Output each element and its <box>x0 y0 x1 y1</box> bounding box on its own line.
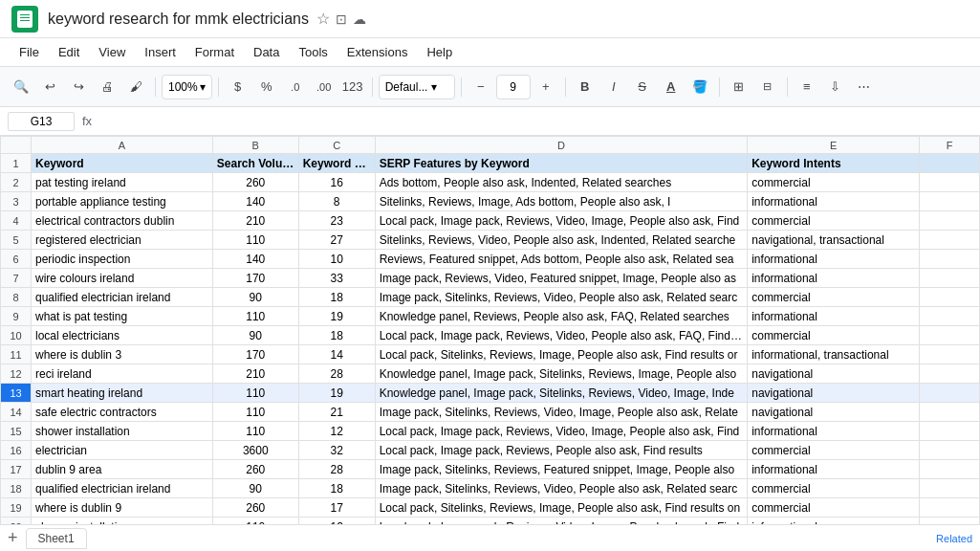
cell-volume[interactable]: Search Volume <box>212 154 298 173</box>
cell-serp[interactable]: Knowledge panel, Reviews, People also as… <box>375 307 748 326</box>
col-header-b[interactable]: B <box>212 137 298 154</box>
table-row[interactable]: 17dublin 9 area26028Image pack, Sitelink… <box>1 460 980 479</box>
cell-serp[interactable]: Local pack, Image pack, Reviews, People … <box>375 441 748 460</box>
cell-volume[interactable]: 170 <box>212 345 298 364</box>
cloud-icon[interactable]: ☁ <box>353 11 366 27</box>
row-number[interactable]: 15 <box>1 422 32 441</box>
menu-edit[interactable]: Edit <box>51 42 87 62</box>
font-size-increase[interactable]: + <box>533 74 559 100</box>
cell-keyword[interactable]: reci ireland <box>32 364 213 384</box>
cell-difficulty[interactable]: 19 <box>298 384 375 403</box>
cell-serp[interactable]: Image pack, Sitelinks, Reviews, Video, I… <box>375 403 748 422</box>
table-row[interactable]: 8qualified electrician ireland9018Image … <box>1 288 980 307</box>
table-row[interactable]: 4electrical contractors dublin21023Local… <box>1 211 980 231</box>
cell-difficulty[interactable]: 12 <box>298 422 375 441</box>
menu-tools[interactable]: Tools <box>291 42 335 62</box>
cell-difficulty[interactable]: 23 <box>298 211 375 231</box>
cell-keyword[interactable]: electrical contractors dublin <box>32 211 213 231</box>
col-header-d[interactable]: D <box>375 137 748 154</box>
cell-f[interactable] <box>920 460 980 479</box>
formula-input[interactable] <box>99 114 972 128</box>
cell-f[interactable] <box>920 364 980 384</box>
folder-icon[interactable]: ⊡ <box>336 11 347 27</box>
cell-keyword[interactable]: qualified electrician ireland <box>32 479 213 498</box>
font-size-box[interactable]: 9 <box>496 75 531 99</box>
search-button[interactable]: 🔍 <box>8 74 34 100</box>
cell-intent[interactable]: navigational <box>748 403 920 422</box>
row-number[interactable]: 19 <box>1 498 32 518</box>
menu-file[interactable]: File <box>11 42 47 62</box>
row-number[interactable]: 5 <box>1 231 32 250</box>
cell-volume[interactable]: 260 <box>212 460 298 479</box>
add-sheet-button[interactable]: + <box>8 528 18 548</box>
cell-volume[interactable]: 140 <box>212 192 298 211</box>
row-number[interactable]: 11 <box>1 345 32 364</box>
cell-difficulty[interactable]: 27 <box>298 231 375 250</box>
row-number[interactable]: 2 <box>1 173 32 192</box>
cell-intent[interactable]: navigational <box>748 364 920 384</box>
borders-button[interactable]: ⊞ <box>726 74 752 100</box>
cell-keyword[interactable]: Keyword <box>32 154 213 173</box>
cell-difficulty[interactable]: 17 <box>298 498 375 518</box>
table-row[interactable]: 9what is pat testing11019Knowledge panel… <box>1 307 980 326</box>
col-header-a[interactable]: A <box>32 137 213 154</box>
underline-button[interactable]: A <box>658 74 685 100</box>
row-number[interactable]: 18 <box>1 479 32 498</box>
row-number[interactable]: 7 <box>1 269 32 288</box>
table-row[interactable]: 19where is dublin 926017Local pack, Site… <box>1 498 980 518</box>
cell-keyword[interactable]: shower installation <box>32 518 213 525</box>
cell-intent[interactable]: commercial <box>748 288 920 307</box>
menu-help[interactable]: Help <box>419 42 460 62</box>
cell-volume[interactable]: 3600 <box>212 441 298 460</box>
print-button[interactable]: 🖨 <box>94 74 120 100</box>
menu-insert[interactable]: Insert <box>137 42 184 62</box>
cell-reference[interactable]: G13 <box>8 112 75 131</box>
row-number[interactable]: 20 <box>1 518 32 525</box>
cell-keyword[interactable]: where is dublin 9 <box>32 498 213 518</box>
valign-button[interactable]: ⇩ <box>822 74 849 100</box>
cell-keyword[interactable]: safe electric contractors <box>32 403 213 422</box>
col-header-f[interactable]: F <box>920 137 980 154</box>
cell-keyword[interactable]: dublin 9 area <box>32 460 213 479</box>
cell-volume[interactable]: 110 <box>212 518 298 525</box>
cell-keyword[interactable]: shower installation <box>32 422 213 441</box>
cell-keyword[interactable]: wire colours ireland <box>32 269 213 288</box>
cell-serp[interactable]: Image pack, Reviews, Video, Featured sni… <box>375 269 748 288</box>
cell-serp[interactable]: Local pack, Image pack, Reviews, Video, … <box>375 211 748 231</box>
cell-difficulty[interactable]: 12 <box>298 518 375 525</box>
cell-difficulty[interactable]: 18 <box>298 326 375 345</box>
decimal-decrease-button[interactable]: .0 <box>282 74 309 100</box>
table-row[interactable]: 6periodic inspection14010Reviews, Featur… <box>1 250 980 269</box>
cell-serp[interactable]: Reviews, Featured snippet, Ads bottom, P… <box>375 250 748 269</box>
cell-volume[interactable]: 90 <box>212 326 298 345</box>
table-row[interactable]: 13smart heating ireland11019Knowledge pa… <box>1 384 980 403</box>
star-icon[interactable]: ☆ <box>316 10 330 28</box>
row-number[interactable]: 3 <box>1 192 32 211</box>
row-number[interactable]: 16 <box>1 441 32 460</box>
cell-volume[interactable]: 90 <box>212 479 298 498</box>
row-number[interactable]: 8 <box>1 288 32 307</box>
cell-volume[interactable]: 90 <box>212 288 298 307</box>
cell-keyword[interactable]: smart heating ireland <box>32 384 213 403</box>
cell-intent[interactable]: informational <box>748 192 920 211</box>
cell-intent[interactable]: informational <box>748 460 920 479</box>
row-number[interactable]: 12 <box>1 364 32 384</box>
table-row[interactable]: 18qualified electrician ireland9018Image… <box>1 479 980 498</box>
cell-f[interactable] <box>920 211 980 231</box>
cell-serp[interactable]: Sitelinks, Reviews, Image, Ads bottom, P… <box>375 192 748 211</box>
cell-volume[interactable]: 260 <box>212 173 298 192</box>
row-number[interactable]: 6 <box>1 250 32 269</box>
cell-keyword[interactable]: local electricians <box>32 326 213 345</box>
table-row[interactable]: 7wire colours ireland17033Image pack, Re… <box>1 269 980 288</box>
strikethrough-button[interactable]: S <box>629 74 656 100</box>
cell-keyword[interactable]: periodic inspection <box>32 250 213 269</box>
cell-volume[interactable]: 110 <box>212 422 298 441</box>
cell-f[interactable] <box>920 403 980 422</box>
col-header-e[interactable]: E <box>748 137 920 154</box>
cell-difficulty[interactable]: 18 <box>298 288 375 307</box>
cell-intent[interactable]: navigational, transactional <box>748 231 920 250</box>
font-size-decrease[interactable]: − <box>468 74 494 100</box>
cell-difficulty[interactable]: 16 <box>298 173 375 192</box>
cell-keyword[interactable]: what is pat testing <box>32 307 213 326</box>
cell-difficulty[interactable]: 28 <box>298 460 375 479</box>
